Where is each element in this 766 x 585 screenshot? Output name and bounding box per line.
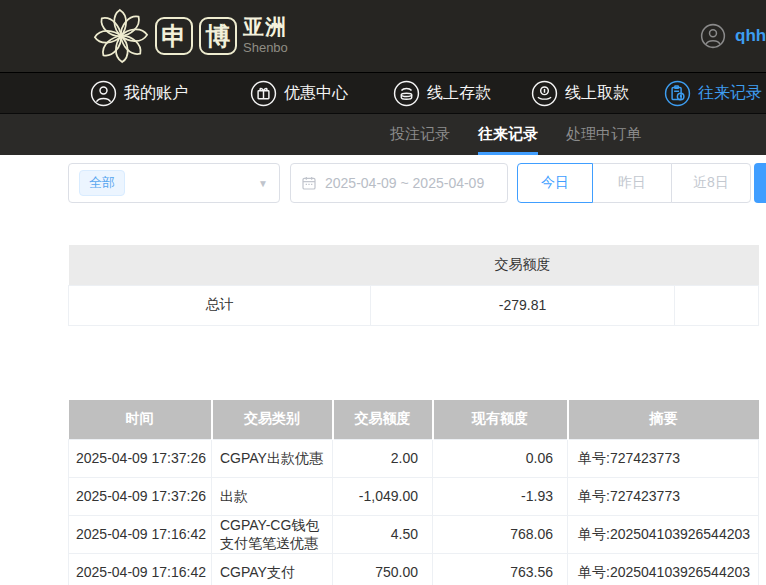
cell-time: 2025-04-09 17:37:26 <box>69 439 212 477</box>
cell-time: 2025-04-09 17:16:42 <box>69 515 212 553</box>
logo-char-shen: 申 <box>155 17 193 55</box>
main-nav: 我的账户 优惠中心 线上存款 线上取款 <box>0 72 766 113</box>
cell-summary: 单号:202504103926544203 <box>568 553 759 585</box>
logo-text: 亚洲 Shenbo <box>243 15 288 55</box>
col-amount: 交易额度 <box>333 400 433 439</box>
user-icon <box>90 80 117 107</box>
quick-date-buttons: 今日 昨日 近8日 <box>517 163 751 203</box>
nav-item-label: 我的账户 <box>124 83 188 104</box>
nav-item-transactions[interactable]: 往来记录 <box>664 80 762 107</box>
cell-balance: 0.06 <box>433 439 568 477</box>
date-range-picker[interactable]: 2025-04-09 ~ 2025-04-09 <box>290 163 508 203</box>
user-avatar-icon <box>700 23 726 49</box>
nav-item-my-account[interactable]: 我的账户 <box>90 80 188 107</box>
account-menu[interactable]: qhhw <box>700 23 766 49</box>
nav-item-withdraw[interactable]: 线上取款 <box>531 80 629 107</box>
calendar-icon <box>301 175 317 191</box>
summary-header-cell <box>675 245 759 285</box>
cell-type: 出款 <box>212 477 333 515</box>
summary-header-row: 交易额度 <box>69 245 759 285</box>
summary-empty-cell <box>675 285 759 325</box>
search-button-partial[interactable] <box>754 163 766 203</box>
col-type: 交易类别 <box>212 400 333 439</box>
cell-summary: 单号:202504103926544203 <box>568 515 759 553</box>
cell-time: 2025-04-09 17:16:42 <box>69 553 212 585</box>
cell-amount: 4.50 <box>333 515 433 553</box>
username-label: qhhw <box>735 26 766 46</box>
summary-header-amount: 交易额度 <box>371 245 675 285</box>
today-button[interactable]: 今日 <box>517 163 593 203</box>
logo-char-bo: 博 <box>199 17 237 55</box>
summary-total-row: 总计 -279.81 <box>69 285 759 325</box>
col-time: 时间 <box>69 400 212 439</box>
record-tabs: 投注记录 往来记录 处理中订单 <box>0 113 766 155</box>
summary-total-label: 总计 <box>69 285 371 325</box>
table-row: 2025-04-09 17:37:26 出款 -1,049.00 -1.93 单… <box>69 477 759 515</box>
yesterday-button[interactable]: 昨日 <box>592 163 672 203</box>
col-balance: 现有额度 <box>433 400 568 439</box>
nav-item-label: 线上取款 <box>565 83 629 104</box>
gift-icon <box>250 80 277 107</box>
type-select[interactable]: 全部 ▼ <box>68 163 280 203</box>
cell-summary: 单号:727423773 <box>568 477 759 515</box>
last8days-button[interactable]: 近8日 <box>671 163 751 203</box>
tab-transaction-records[interactable]: 往来记录 <box>478 114 538 155</box>
top-bar: 申 博 亚洲 Shenbo qhhw <box>0 0 766 72</box>
nav-item-promotions[interactable]: 优惠中心 <box>250 80 348 107</box>
tab-bet-records[interactable]: 投注记录 <box>390 114 450 155</box>
cell-summary: 单号:727423773 <box>568 439 759 477</box>
tab-pending-orders[interactable]: 处理中订单 <box>566 114 641 155</box>
filter-row: 全部 ▼ 2025-04-09 ~ 2025-04-09 今日 昨日 近8日 <box>68 163 766 203</box>
cell-type: CGPAY-CG钱包支付笔笔送优惠 <box>212 515 333 553</box>
table-row: 2025-04-09 17:16:42 CGPAY-CG钱包支付笔笔送优惠 4.… <box>69 515 759 553</box>
nav-item-deposit[interactable]: 线上存款 <box>393 80 491 107</box>
summary-total-value: -279.81 <box>371 285 675 325</box>
logo-subtitle: Shenbo <box>243 40 288 55</box>
cell-balance: 768.06 <box>433 515 568 553</box>
logo-region-label: 亚洲 <box>243 15 288 38</box>
records-icon <box>664 80 691 107</box>
cell-amount: -1,049.00 <box>333 477 433 515</box>
table-row: 2025-04-09 17:37:26 CGPAY出款优惠 2.00 0.06 … <box>69 439 759 477</box>
table-row: 2025-04-09 17:16:42 CGPAY支付 750.00 763.5… <box>69 553 759 585</box>
withdraw-icon <box>531 80 558 107</box>
col-summary: 摘要 <box>568 400 759 439</box>
summary-header-cell <box>69 245 371 285</box>
cell-balance: -1.93 <box>433 477 568 515</box>
deposit-icon <box>393 80 420 107</box>
nav-item-label: 往来记录 <box>698 83 762 104</box>
records-header-row: 时间 交易类别 交易额度 现有额度 摘要 <box>69 400 759 439</box>
content-area: 全部 ▼ 2025-04-09 ~ 2025-04-09 今日 昨日 近8日 交 <box>0 155 766 585</box>
type-chip[interactable]: 全部 <box>79 170 125 196</box>
cell-time: 2025-04-09 17:37:26 <box>69 477 212 515</box>
summary-table: 交易额度 总计 -279.81 <box>68 245 759 326</box>
nav-item-label: 优惠中心 <box>284 83 348 104</box>
cell-balance: 763.56 <box>433 553 568 585</box>
cell-amount: 2.00 <box>333 439 433 477</box>
date-range-value: 2025-04-09 ~ 2025-04-09 <box>325 175 484 191</box>
cell-type: CGPAY支付 <box>212 553 333 585</box>
nav-item-label: 线上存款 <box>427 83 491 104</box>
records-table: 时间 交易类别 交易额度 现有额度 摘要 2025-04-09 17:37:26… <box>68 400 759 585</box>
cell-type: CGPAY出款优惠 <box>212 439 333 477</box>
chevron-down-icon: ▼ <box>258 178 268 189</box>
flower-logo-icon <box>92 7 150 65</box>
cell-amount: 750.00 <box>333 553 433 585</box>
